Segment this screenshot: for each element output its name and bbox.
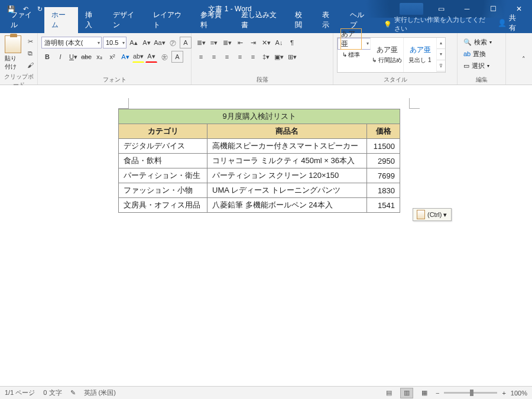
enclose-char-icon[interactable]: ㊛ <box>158 51 170 63</box>
group-paragraph: 段落 <box>194 75 330 85</box>
collapse-ribbon-icon[interactable]: ˄ <box>518 54 530 66</box>
zoom-in-button[interactable]: + <box>502 390 505 397</box>
table-header[interactable]: カテゴリ <box>119 124 207 139</box>
table-row: 食品・飲料コリャコーラ ミルクティ 450ml × 36本入2950 <box>119 154 400 168</box>
tab-insert[interactable]: 挿入 <box>78 7 105 33</box>
print-layout-icon[interactable]: ▥ <box>400 388 413 398</box>
styles-down-icon[interactable]: ▾ <box>437 49 445 60</box>
zoom-slider[interactable] <box>444 392 497 394</box>
style-normal[interactable]: あア亜↳ 標準 <box>338 38 371 50</box>
italic-button[interactable]: I <box>54 51 66 63</box>
group-edit: 編集 <box>460 75 503 85</box>
table-row: 文房具・オフィス用品八菱鉛筆 多機能ボールペン 24本入1541 <box>119 198 400 213</box>
cut-icon[interactable]: ✂ <box>25 36 35 47</box>
tab-view[interactable]: 表示 <box>315 7 342 33</box>
font-color-icon[interactable]: A▾ <box>145 51 157 63</box>
char-border-icon[interactable]: A <box>171 51 183 63</box>
group-font: フォント <box>40 75 189 85</box>
paste-button[interactable]: 貼り付け <box>2 34 24 72</box>
margin-mark-icon <box>409 98 420 109</box>
phonetic-guide-icon[interactable]: ㋐ <box>167 37 179 48</box>
status-page[interactable]: 1/1 ページ <box>5 388 35 397</box>
text-effects-icon[interactable]: A▾ <box>119 51 131 63</box>
table-header[interactable]: 商品名 <box>207 124 367 139</box>
group-styles: スタイル <box>336 75 455 85</box>
show-marks-icon[interactable]: ¶ <box>286 37 298 48</box>
select-button[interactable]: ▭選択▾ <box>462 60 491 71</box>
tab-layout[interactable]: レイアウト <box>146 7 193 33</box>
clipboard-icon <box>5 35 21 53</box>
strike-button[interactable]: abc <box>80 51 92 63</box>
align-center-icon[interactable]: ≡ <box>208 51 220 63</box>
superscript-button[interactable]: x² <box>106 51 118 63</box>
borders-icon[interactable]: ⊞▾ <box>286 51 298 63</box>
line-spacing-icon[interactable]: ‡▾ <box>260 51 272 63</box>
tab-file[interactable]: ファイル <box>4 7 44 33</box>
search-icon: 🔍 <box>463 38 472 46</box>
replace-button[interactable]: ab置換 <box>462 48 487 59</box>
underline-button[interactable]: U▾ <box>67 51 79 63</box>
bulb-icon: 💡 <box>384 21 392 28</box>
style-nospace[interactable]: あア亜↳ 行間詰め <box>371 38 404 72</box>
proofing-icon[interactable]: ✎ <box>70 389 76 397</box>
align-right-icon[interactable]: ≡ <box>221 51 233 63</box>
align-left-icon[interactable]: ≡ <box>195 51 207 63</box>
zoom-out-button[interactable]: − <box>436 390 439 397</box>
status-words[interactable]: 0 文字 <box>43 388 61 397</box>
bold-button[interactable]: B <box>41 51 53 63</box>
font-size-select[interactable]: 10.5 <box>103 37 126 48</box>
content-table[interactable]: 9月度購入検討リスト カテゴリ 商品名 価格 デジタルデバイス高機能スピーカー付… <box>118 109 400 213</box>
tab-mailings[interactable]: 差し込み文書 <box>234 7 288 33</box>
increase-indent-icon[interactable]: ⇥ <box>247 37 259 48</box>
document-canvas[interactable]: 9月度購入検討リスト カテゴリ 商品名 価格 デジタルデバイス高機能スピーカー付… <box>0 85 532 386</box>
numbering-icon[interactable]: ≡▾ <box>208 37 220 48</box>
sort-icon[interactable]: A↓ <box>273 37 285 48</box>
share-button[interactable]: 👤共有 <box>491 13 528 33</box>
clipboard-icon <box>417 210 425 219</box>
table-row: パーティション・衛生パーティション スクリーン 120×1507699 <box>119 168 400 183</box>
share-icon: 👤 <box>498 19 507 27</box>
justify-icon[interactable]: ≡ <box>234 51 246 63</box>
replace-icon: ab <box>463 50 471 57</box>
web-layout-icon[interactable]: ▦ <box>418 388 431 398</box>
margin-mark-icon <box>118 98 129 109</box>
tab-design[interactable]: デザイン <box>106 7 147 33</box>
tellme-input[interactable]: 💡実行したい作業を入力してください <box>384 15 491 33</box>
copy-icon[interactable]: ⧉ <box>25 48 35 59</box>
style-heading1[interactable]: あア亜見出し 1 <box>404 38 437 72</box>
multilevel-icon[interactable]: ≣▾ <box>221 37 233 48</box>
table-row: ファッション・小物UMA レディース トレーニングパンツ1830 <box>119 183 400 198</box>
subscript-button[interactable]: x₂ <box>93 51 105 63</box>
tab-references[interactable]: 参考資料 <box>193 7 234 33</box>
shading-icon[interactable]: ▣▾ <box>273 51 285 63</box>
shrink-font-icon[interactable]: A▾ <box>141 37 153 48</box>
distribute-icon[interactable]: ≡ <box>247 51 259 63</box>
zoom-level[interactable]: 100% <box>511 390 527 397</box>
find-button[interactable]: 🔍検索▾ <box>462 37 493 47</box>
tab-review[interactable]: 校閲 <box>288 7 315 33</box>
change-case-icon[interactable]: Aa▾ <box>154 37 166 48</box>
bullets-icon[interactable]: ≣▾ <box>195 37 207 48</box>
read-mode-icon[interactable]: ▤ <box>382 388 395 398</box>
table-row: デジタルデバイス高機能スピーカー付きスマートスピーカー11500 <box>119 139 400 154</box>
highlight-icon[interactable]: ab▾ <box>132 51 144 63</box>
tab-home[interactable]: ホーム <box>44 7 79 33</box>
select-icon: ▭ <box>463 62 469 70</box>
status-lang[interactable]: 英語 (米国) <box>84 388 116 397</box>
decrease-indent-icon[interactable]: ⇤ <box>234 37 246 48</box>
styles-up-icon[interactable]: ▴ <box>437 38 445 49</box>
grow-font-icon[interactable]: A▴ <box>128 37 140 48</box>
asian-layout-icon[interactable]: ✕▾ <box>260 37 272 48</box>
account-placeholder <box>400 3 423 15</box>
styles-gallery[interactable]: あア亜↳ 標準 あア亜↳ 行間詰め あア亜見出し 1 ▴▾⊽ <box>337 37 446 73</box>
paste-options-button[interactable]: (Ctrl) ▾ <box>413 208 452 221</box>
styles-more-icon[interactable]: ⊽ <box>437 60 445 72</box>
table-title-cell[interactable]: 9月度購入検討リスト <box>119 109 400 124</box>
table-header[interactable]: 価格 <box>367 124 400 139</box>
font-name-select[interactable]: 游明朝 (本文( <box>41 37 102 48</box>
format-painter-icon[interactable]: 🖌 <box>25 60 35 70</box>
clear-format-icon[interactable]: A <box>180 37 192 48</box>
